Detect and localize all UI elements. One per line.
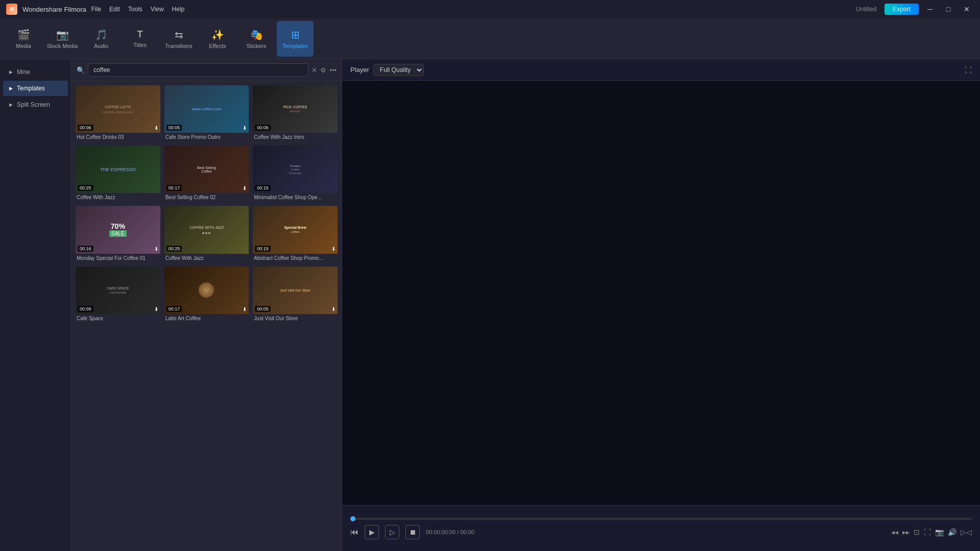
- template-abstract[interactable]: Special Brew coffee 00:15 ⬇ Abstract Cof…: [253, 206, 338, 262]
- template-name-abstract: Abstract Coffee Shop Promo...: [253, 254, 338, 262]
- template-name-coffee-jazz-intro: Coffee With Jazz Intro: [253, 133, 338, 141]
- prev-frame-button[interactable]: ◂◂: [891, 528, 898, 536]
- restore-button[interactable]: □: [941, 3, 955, 15]
- template-cafe-space[interactable]: CAFE SPACE USERNAME 00:09 ⬇ Cafe Space: [76, 267, 160, 323]
- search-icon: 🔍: [77, 66, 85, 74]
- screenshot-button[interactable]: 📷: [935, 528, 944, 536]
- crop-button[interactable]: ⊡: [914, 528, 920, 536]
- preview-bottom: ⏮ ▶ ▷ ⏹ 00:00:00:00 / 00:00 ◂◂ ▸▸ ⊡ ⛶ 📷: [342, 505, 980, 551]
- preview-expand-icon[interactable]: ⛶: [965, 66, 972, 74]
- transitions-icon: ⇆: [175, 29, 183, 41]
- template-coffee-jazz-intro[interactable]: PICK COFFEE BEANS 00:06 Coffee With Jazz…: [253, 85, 338, 141]
- app-logo: W: [6, 4, 17, 15]
- templates-label: Templates: [282, 43, 308, 49]
- volume-button[interactable]: 🔊: [948, 528, 957, 536]
- split-screen-label: Split Screen: [17, 101, 50, 108]
- sidebar-item-mine[interactable]: ▶ Mine: [3, 64, 68, 80]
- template-thumb-latte: 00:17 ⬇: [164, 267, 249, 314]
- preview-panel: Player Full Quality 1/2 Quality 1/4 Qual…: [342, 59, 980, 551]
- stickers-icon: 🎭: [250, 29, 263, 41]
- close-button[interactable]: ✕: [960, 3, 974, 15]
- menu-tools[interactable]: Tools: [128, 6, 142, 13]
- duration-badge: 00:15: [255, 185, 271, 191]
- template-thumb-coffee-jazz2: COFFEE WITH JAZZ 00:25: [164, 206, 249, 253]
- template-name-latte: Latte Art Coffee: [164, 314, 249, 323]
- stock-media-icon: 📷: [56, 29, 69, 41]
- playback-right: ◂◂ ▸▸ ⊡ ⛶ 📷 🔊 ▷◁: [891, 528, 972, 536]
- playback-controls: ⏮ ▶ ▷ ⏹ 00:00:00:00 / 00:00 ◂◂ ▸▸ ⊡ ⛶ 📷: [350, 525, 972, 539]
- sidebar-item-split-screen[interactable]: ▶ Split Screen: [3, 97, 68, 112]
- template-coffee-jazz[interactable]: THE ESPRESSO 00:25 Coffee With Jazz: [76, 146, 160, 202]
- scrubber-handle[interactable]: [350, 516, 355, 521]
- template-name-coffee-jazz: Coffee With Jazz: [76, 193, 160, 202]
- filter-icon[interactable]: ⚙: [320, 66, 326, 74]
- download-icon: ⬇: [331, 306, 336, 312]
- export-button[interactable]: Export: [885, 4, 919, 15]
- titlebar: W Wondershare Filmora File Edit Tools Vi…: [0, 0, 980, 18]
- stop-button[interactable]: ⏹: [405, 525, 420, 539]
- toolbar-transitions[interactable]: ⇆ Transitions: [160, 21, 197, 57]
- template-name-cafe-space: Cafe Space: [76, 314, 160, 323]
- menu-view[interactable]: View: [151, 6, 164, 13]
- template-thumb-cafe-space: CAFE SPACE USERNAME 00:09 ⬇: [76, 267, 160, 314]
- template-name-cafe-promo: Cafe Store Promo Outro: [164, 133, 249, 141]
- titles-icon: T: [137, 29, 143, 40]
- search-input[interactable]: [88, 63, 308, 77]
- next-frame-button[interactable]: ▸▸: [902, 528, 910, 536]
- toolbar-audio[interactable]: 🎵 Audio: [83, 21, 119, 57]
- skip-back-button[interactable]: ⏮: [350, 528, 358, 537]
- time-scrubber[interactable]: [350, 518, 972, 520]
- duration-badge: 00:05: [166, 125, 182, 131]
- menu-help[interactable]: Help: [172, 6, 185, 13]
- stickers-label: Stickers: [246, 43, 266, 49]
- template-name-coffee-jazz2: Coffee With Jazz: [164, 254, 249, 262]
- template-cafe-promo[interactable]: www.coffee.com 00:05 ⬇ Cafe Store Promo …: [164, 85, 249, 141]
- stock-media-label: Stock Media: [47, 43, 78, 49]
- template-minimalist[interactable]: Finalize Coffee Entrance 00:15 Minimalis…: [253, 146, 338, 202]
- fullscreen-button[interactable]: ⛶: [924, 528, 931, 536]
- duration-badge: 00:06: [78, 125, 93, 131]
- toolbar-stickers[interactable]: 🎭 Stickers: [238, 21, 275, 57]
- menu-file[interactable]: File: [91, 6, 101, 13]
- media-label: Media: [16, 43, 31, 49]
- left-sidebar: ▶ Mine ▶ Templates ▶ Split Screen: [0, 59, 71, 551]
- step-forward-button[interactable]: ▷: [385, 525, 399, 539]
- player-label: Player: [350, 66, 369, 74]
- audio-icon: 🎵: [95, 29, 108, 41]
- toolbar-templates[interactable]: ⊞ Templates: [277, 21, 314, 57]
- duration-badge: 00:15: [255, 246, 271, 252]
- template-store[interactable]: Just Visit Our Store 00:05 ⬇ Just Visit …: [253, 267, 338, 323]
- preview-canvas: [342, 81, 980, 505]
- template-hot-coffee-03[interactable]: COFFEE LATTE COFFEE AMERICANO 00:06 ⬇ Ho…: [76, 85, 160, 141]
- templates-icon: ⊞: [291, 29, 300, 41]
- play-button[interactable]: ▶: [365, 525, 379, 539]
- template-latte[interactable]: 00:17 ⬇ Latte Art Coffee: [164, 267, 249, 323]
- template-monday[interactable]: 70% SALE 00:16 ⬇ Monday Special For Coff…: [76, 206, 160, 262]
- menu-bar: File Edit Tools View Help: [91, 6, 185, 13]
- menu-edit[interactable]: Edit: [109, 6, 120, 13]
- template-thumb-best-selling: Best SellingCoffee 00:17 ⬇: [164, 146, 249, 193]
- preview-header: Player Full Quality 1/2 Quality 1/4 Qual…: [342, 59, 980, 81]
- minimize-button[interactable]: ─: [923, 3, 937, 15]
- more-options-icon[interactable]: •••: [329, 66, 337, 74]
- download-icon: ⬇: [331, 246, 336, 252]
- duration-badge: 00:25: [166, 246, 182, 252]
- download-icon: ⬇: [243, 125, 247, 131]
- template-coffee-jazz2[interactable]: COFFEE WITH JAZZ 00:25 Coffee With Jazz: [164, 206, 249, 262]
- clear-search-button[interactable]: ✕: [312, 66, 317, 74]
- toolbar-titles[interactable]: T Titles: [122, 21, 158, 57]
- toolbar-effects[interactable]: ✨ Effects: [199, 21, 236, 57]
- templates-grid: COFFEE LATTE COFFEE AMERICANO 00:06 ⬇ Ho…: [71, 81, 342, 551]
- download-icon: ⬇: [243, 185, 247, 191]
- toolbar-stock-media[interactable]: 📷 Stock Media: [44, 21, 81, 57]
- more-controls-button[interactable]: ▷◁: [961, 528, 972, 536]
- toolbar-media[interactable]: 🎬 Media: [5, 21, 42, 57]
- quality-select[interactable]: Full Quality 1/2 Quality 1/4 Quality: [373, 64, 424, 76]
- duration-badge: 00:09: [78, 306, 93, 312]
- template-best-selling[interactable]: Best SellingCoffee 00:17 ⬇ Best Selling …: [164, 146, 249, 202]
- sidebar-item-templates[interactable]: ▶ Templates: [3, 81, 68, 96]
- time-current: 00:00:00:00 / 00:00: [426, 529, 474, 535]
- template-name-monday: Monday Special For Coffee 01: [76, 254, 160, 262]
- templates-sidebar-arrow: ▶: [9, 86, 13, 91]
- template-thumb-store: Just Visit Our Store 00:05 ⬇: [253, 267, 338, 314]
